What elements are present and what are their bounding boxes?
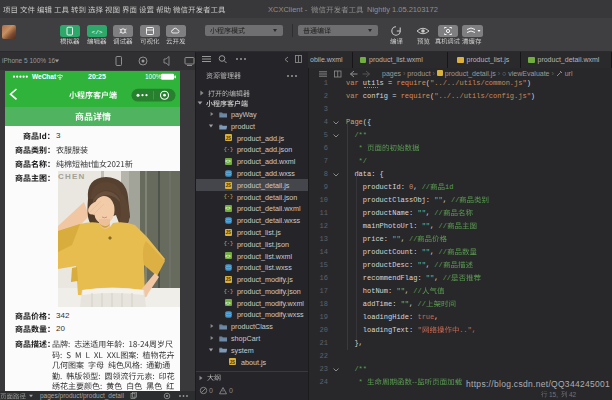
svg-text:</>: </> xyxy=(91,28,102,35)
svg-text:20:25: 20:25 xyxy=(88,73,106,80)
svg-text:0: 0 xyxy=(209,387,213,394)
svg-text:CHEN: CHEN xyxy=(58,172,85,181)
svg-text:100%: 100% xyxy=(145,73,162,80)
svg-text:WeChat: WeChat xyxy=(32,73,57,80)
svg-text:0: 0 xyxy=(229,387,233,394)
